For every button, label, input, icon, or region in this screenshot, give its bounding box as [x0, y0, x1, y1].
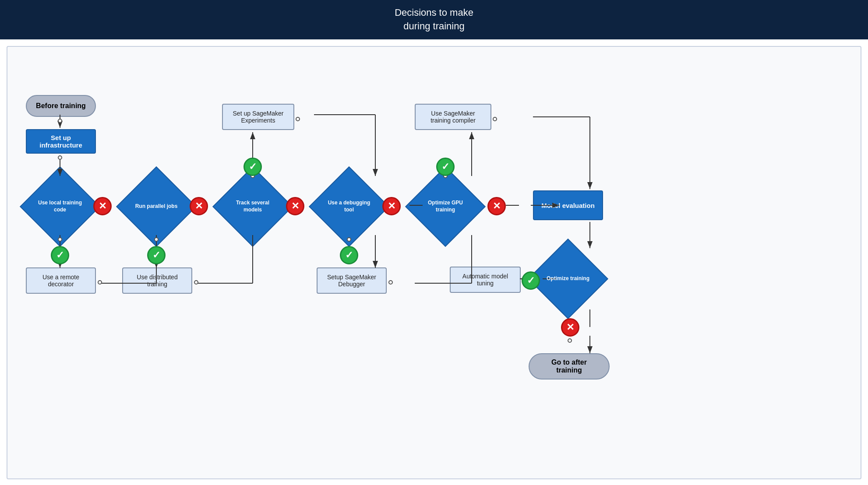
- use-remote-decorator-node: Use a remote decorator: [26, 267, 96, 294]
- optimize-gpu-training-diamond: Optimize GPU training: [415, 176, 476, 237]
- before-training-node: Before training: [26, 95, 96, 117]
- check-debugging-tool: ✓: [340, 246, 358, 264]
- check-optimize-training: ✓: [522, 271, 540, 290]
- diagram-area: Before training Set up infrastructure Us…: [7, 46, 861, 479]
- set-up-infrastructure-node: Set up infrastructure: [26, 129, 96, 154]
- header: Decisions to make during training: [0, 0, 868, 39]
- run-parallel-jobs-diamond: Run parallel jobs: [126, 176, 187, 237]
- set-up-sagemaker-experiments-node: Set up SageMaker Experiments: [222, 104, 294, 130]
- x-optimize-gpu: ✕: [487, 197, 506, 215]
- x-parallel-jobs: ✕: [190, 197, 208, 215]
- x-debugging-tool: ✕: [382, 197, 401, 215]
- model-evaluation-node: Model evaluation: [533, 190, 603, 220]
- optimize-training-diamond: Optimize training: [537, 248, 599, 309]
- check-local-training: ✓: [51, 246, 69, 264]
- go-to-after-training-node: Go to after training: [529, 353, 610, 380]
- check-parallel-jobs: ✓: [147, 246, 166, 264]
- use-distributed-training-node: Use distributed training: [122, 267, 192, 294]
- x-track-models: ✕: [286, 197, 304, 215]
- use-local-training-code-diamond: Use local training code: [29, 176, 91, 237]
- automatic-model-tuning-node: Automatic model tuning: [450, 267, 521, 293]
- check-track-models: ✓: [243, 158, 262, 176]
- x-local-training: ✕: [93, 197, 112, 215]
- use-sagemaker-compiler-node: Use SageMaker training compiler: [415, 104, 491, 130]
- track-several-models-diamond: Track several models: [222, 176, 283, 237]
- setup-sagemaker-debugger-node: Setup SageMaker Debugger: [317, 267, 387, 294]
- check-optimize-gpu: ✓: [436, 158, 455, 176]
- use-debugging-tool-diamond: Use a debugging tool: [318, 176, 380, 237]
- x-optimize-training: ✕: [561, 318, 579, 337]
